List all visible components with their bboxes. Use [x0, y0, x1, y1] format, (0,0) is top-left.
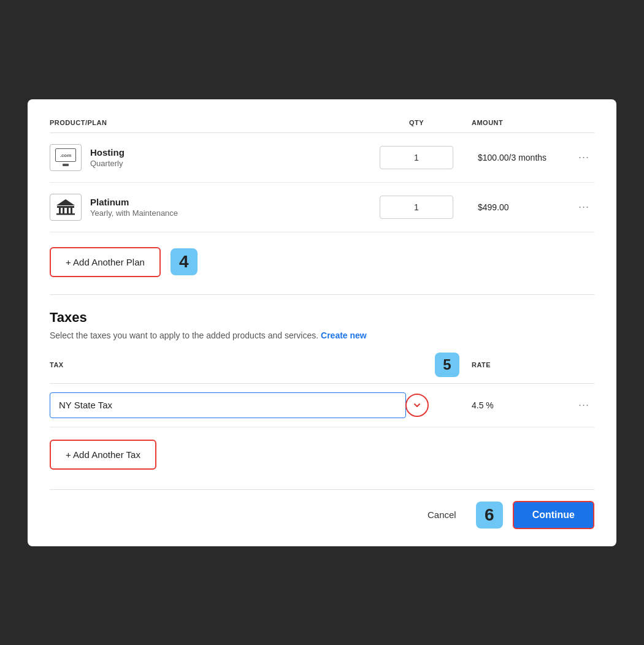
- hosting-more-button[interactable]: ···: [576, 148, 592, 166]
- hosting-amount: $100.00/3 months: [466, 152, 576, 163]
- tax-table-header: TAX 5 RATE: [50, 353, 594, 384]
- section-divider: [50, 294, 594, 295]
- add-another-plan-button[interactable]: + Add Another Plan: [50, 247, 161, 277]
- svg-rect-5: [56, 213, 75, 215]
- taxes-title: Taxes: [50, 310, 594, 326]
- svg-rect-1: [59, 208, 61, 213]
- svg-rect-3: [67, 208, 69, 213]
- svg-rect-0: [57, 206, 74, 208]
- hosting-icon: .com: [50, 144, 82, 171]
- tax-dropdown-button[interactable]: [405, 394, 429, 417]
- footer-divider: [50, 489, 594, 490]
- platinum-more-button[interactable]: ···: [576, 198, 592, 216]
- platinum-qty-input[interactable]: [380, 196, 453, 219]
- taxes-section: Taxes Select the taxes you want to apply…: [50, 310, 594, 475]
- platinum-sub: Yearly, with Maintenance: [90, 208, 178, 218]
- add-another-tax-button[interactable]: + Add Another Tax: [50, 440, 156, 470]
- hosting-qty-col: [367, 146, 466, 169]
- taxes-subtitle-text: Select the taxes you want to apply to th…: [50, 330, 318, 340]
- amount-header: AMOUNT: [466, 119, 576, 126]
- tax-col-header: TAX: [50, 361, 429, 368]
- step-6-badge: 6: [476, 502, 503, 529]
- product-row-hosting: .com Hosting Quarterly $100.00/3 months …: [50, 133, 594, 183]
- monitor-icon: .com: [55, 148, 76, 162]
- add-plan-row: + Add Another Plan 4: [50, 232, 594, 289]
- svg-rect-4: [71, 208, 72, 213]
- qty-header: QTY: [367, 119, 466, 126]
- create-new-link[interactable]: Create new: [321, 330, 367, 340]
- hosting-qty-input[interactable]: [380, 146, 453, 169]
- product-info-platinum: Platinum Yearly, with Maintenance: [50, 194, 367, 221]
- hosting-name: Hosting: [90, 147, 125, 158]
- platinum-amount: $499.00: [466, 202, 576, 213]
- platinum-qty-col: [367, 196, 466, 219]
- step-5-badge: 5: [435, 353, 459, 377]
- svg-marker-6: [56, 199, 75, 205]
- rate-col-header: RATE: [466, 361, 576, 368]
- add-tax-row: + Add Another Tax: [50, 427, 594, 475]
- tax-row-more-button[interactable]: ···: [576, 396, 592, 414]
- taxes-subtitle: Select the taxes you want to apply to th…: [50, 330, 594, 340]
- step-5-badge-wrapper: 5: [429, 353, 466, 377]
- hosting-sub: Quarterly: [90, 159, 125, 168]
- footer-row: Cancel 6 Continue: [50, 501, 594, 529]
- bank-svg-icon: [56, 199, 75, 216]
- platinum-actions: ···: [576, 198, 594, 216]
- table-header: PRODUCT/PLAN QTY AMOUNT: [50, 119, 594, 133]
- hosting-actions: ···: [576, 148, 594, 166]
- tax-select-wrapper: NY State Tax: [50, 392, 429, 418]
- tax-select-box[interactable]: NY State Tax: [50, 392, 406, 418]
- cancel-button[interactable]: Cancel: [418, 503, 466, 526]
- continue-button[interactable]: Continue: [513, 501, 594, 529]
- tax-select-value: NY State Tax: [59, 400, 112, 410]
- hosting-amount-text: $100.00/3 months: [472, 153, 546, 162]
- modal-container: PRODUCT/PLAN QTY AMOUNT .com Hosting Qua…: [28, 99, 616, 546]
- tax-rate-text: 4.5 %: [466, 400, 576, 410]
- svg-rect-2: [63, 208, 64, 213]
- platinum-amount-text: $499.00: [472, 202, 509, 212]
- tax-row-actions: ···: [576, 396, 594, 414]
- product-info-hosting: .com Hosting Quarterly: [50, 144, 367, 171]
- tax-row-ny: NY State Tax 4.5 % ···: [50, 384, 594, 427]
- product-plan-header: PRODUCT/PLAN: [50, 119, 367, 126]
- platinum-name: Platinum: [90, 197, 178, 207]
- bank-icon: [50, 194, 82, 221]
- product-row-platinum: Platinum Yearly, with Maintenance $499.0…: [50, 183, 594, 232]
- chevron-down-icon: [412, 400, 422, 410]
- step-4-badge: 4: [171, 248, 197, 275]
